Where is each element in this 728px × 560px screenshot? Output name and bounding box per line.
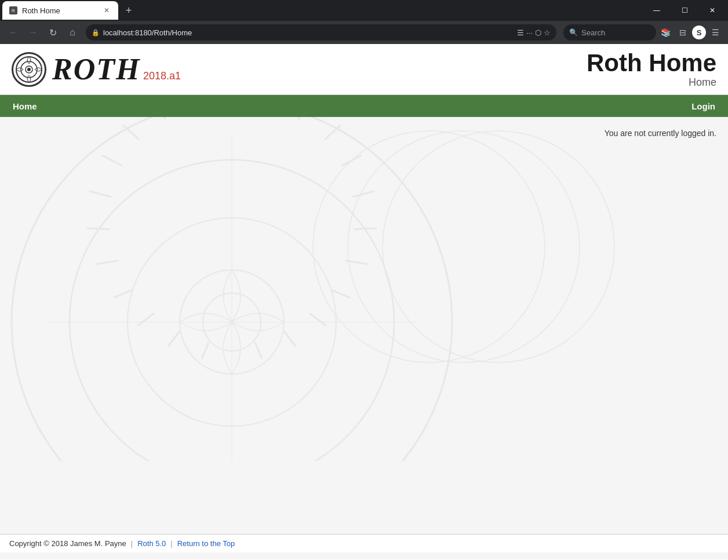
forward-button[interactable]: → (24, 24, 42, 41)
svg-point-3 (27, 68, 31, 71)
url-display: localhost:8180/Roth/Home (103, 28, 514, 37)
return-to-top-link[interactable]: Return to the Top (177, 539, 235, 548)
roth-version-link[interactable]: Roth 5.0 (137, 539, 166, 548)
more-icon[interactable]: ··· (526, 28, 533, 37)
active-tab[interactable]: R Roth Home ✕ (2, 1, 118, 20)
site-header: Roth 2018.a1 Roth Home Home (0, 44, 728, 95)
back-button[interactable]: ← (5, 24, 22, 41)
site-subtitle: Home (587, 76, 716, 89)
site-title: Roth Home (587, 50, 716, 76)
sidebar-icon[interactable]: ⊟ (675, 24, 691, 41)
maximize-button[interactable]: ☐ (671, 0, 698, 21)
menu-icon[interactable]: ☰ (707, 24, 723, 41)
lock-icon: 🔒 (92, 29, 100, 36)
browser-toolbar: ← → ↻ ⌂ 🔒 localhost:8180/Roth/Home ☰ ···… (0, 21, 728, 44)
main-content: You are not currently logged in. (0, 117, 728, 534)
home-button[interactable]: ⌂ (64, 24, 81, 41)
library-icon[interactable]: 📚 (657, 24, 674, 41)
page-wrapper: Roth 2018.a1 Roth Home Home Home Login (0, 44, 728, 559)
login-status-message: You are not currently logged in. (12, 126, 716, 138)
search-box[interactable]: 🔍 (563, 24, 656, 41)
tab-bar: R Roth Home ✕ + — ☐ ✕ (0, 0, 728, 21)
reload-button[interactable]: ↻ (44, 24, 61, 41)
logo-version: 2018.a1 (143, 65, 181, 83)
close-button[interactable]: ✕ (699, 0, 726, 21)
address-bar[interactable]: 🔒 localhost:8180/Roth/Home ☰ ··· ⬡ ☆ (86, 24, 556, 41)
window-controls: — ☐ ✕ (643, 0, 726, 21)
footer-copyright: Copyright © 2018 James M. Payne (9, 539, 126, 548)
logo-text-group: Roth 2018.a1 (52, 52, 181, 86)
site-title-area: Roth Home Home (587, 50, 716, 89)
logo-svg (15, 56, 43, 83)
logo-area: Roth 2018.a1 (12, 52, 181, 87)
search-input[interactable] (581, 28, 639, 37)
footer-sep1: | (131, 539, 133, 548)
tab-title: Roth Home (22, 6, 60, 15)
sync-button[interactable]: S (692, 25, 706, 39)
minimize-button[interactable]: — (643, 0, 670, 21)
new-tab-button[interactable]: + (121, 2, 137, 19)
nav-home-link[interactable]: Home (7, 98, 43, 115)
search-icon: 🔍 (569, 28, 578, 36)
tab-favicon: R (9, 6, 17, 14)
nav-bar: Home Login (0, 95, 728, 117)
reader-icon[interactable]: ☰ (517, 28, 524, 37)
bookmark-icon[interactable]: ☆ (544, 28, 551, 37)
footer-sep2: | (170, 539, 172, 548)
logo-brand: Roth (52, 53, 140, 86)
toolbar-right: 🔍 📚 ⊟ S ☰ (563, 24, 723, 41)
nav-login-link[interactable]: Login (686, 98, 721, 115)
address-bar-icons: ☰ ··· ⬡ ☆ (517, 28, 551, 37)
site-footer: Copyright © 2018 James M. Payne | Roth 5… (0, 534, 728, 552)
tab-close-button[interactable]: ✕ (102, 6, 111, 15)
pocket-icon[interactable]: ⬡ (535, 28, 541, 37)
logo-icon (12, 52, 46, 87)
